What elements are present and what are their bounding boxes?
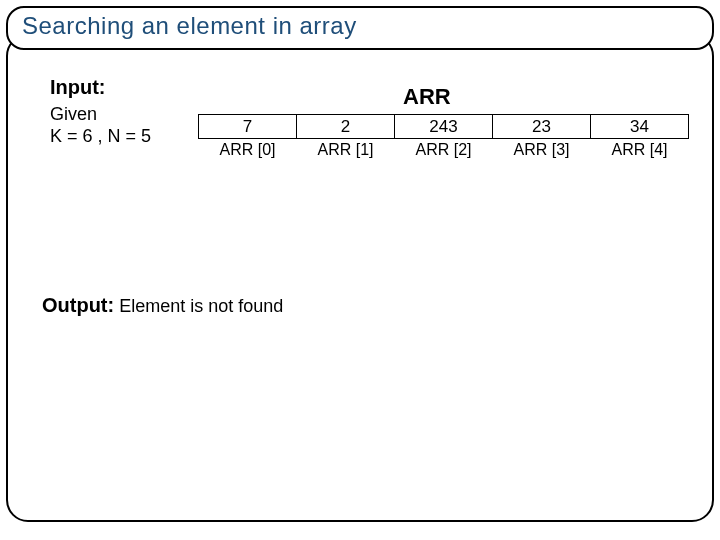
- body-panel: Input: Given K = 6 , N = 5 ARR 7 2 243 2…: [6, 34, 714, 522]
- output-line: Output: Element is not found: [42, 294, 283, 317]
- array-index: ARR [3]: [493, 139, 591, 161]
- array-cell: 34: [591, 115, 689, 139]
- output-label: Output:: [42, 294, 114, 316]
- array-cell: 7: [199, 115, 297, 139]
- array-index-row: ARR [0] ARR [1] ARR [2] ARR [3] ARR [4]: [199, 139, 689, 161]
- given-word: Given: [50, 104, 97, 125]
- given-params: K = 6 , N = 5: [50, 126, 151, 147]
- array-index: ARR [2]: [395, 139, 493, 161]
- array-index: ARR [4]: [591, 139, 689, 161]
- title-band: Searching an element in array: [6, 6, 714, 50]
- array-index: ARR [0]: [199, 139, 297, 161]
- array-cell: 23: [493, 115, 591, 139]
- input-label: Input:: [50, 76, 106, 99]
- array-name: ARR: [403, 84, 451, 110]
- array-cell: 2: [297, 115, 395, 139]
- array-table: 7 2 243 23 34 ARR [0] ARR [1] ARR [2] AR…: [198, 114, 689, 160]
- slide-title: Searching an element in array: [22, 12, 357, 39]
- array-values-row: 7 2 243 23 34: [199, 115, 689, 139]
- array-index: ARR [1]: [297, 139, 395, 161]
- array-cell: 243: [395, 115, 493, 139]
- output-text: Element is not found: [114, 296, 283, 316]
